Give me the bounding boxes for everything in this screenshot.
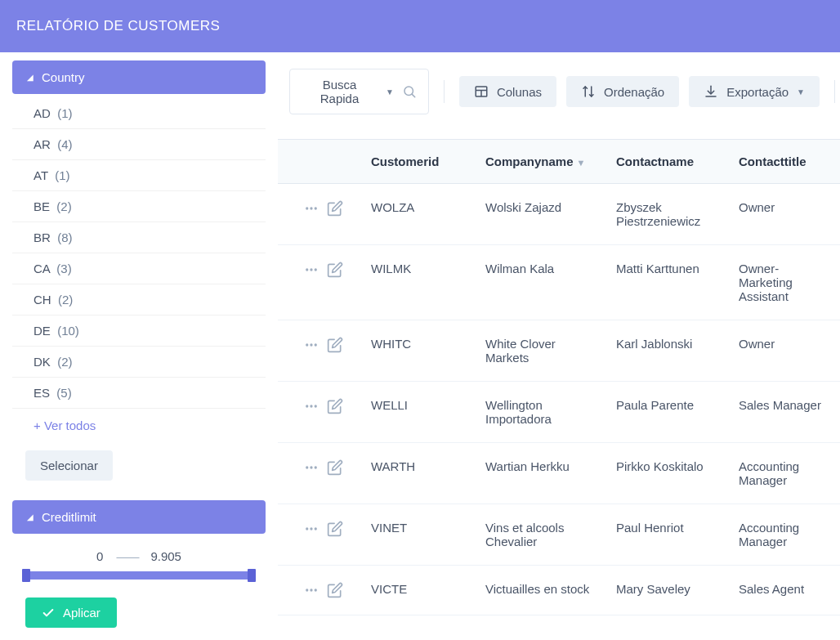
filter-header-creditlimit[interactable]: ◢ Creditlimit xyxy=(12,500,266,534)
row-actions xyxy=(278,320,360,382)
country-code: AR xyxy=(34,137,51,151)
col-header-customerid[interactable]: Customerid xyxy=(360,140,474,184)
filter-item-country[interactable]: BE (2) xyxy=(12,191,266,222)
row-actions xyxy=(278,504,360,566)
svg-point-11 xyxy=(306,343,308,346)
col-actions xyxy=(278,140,360,184)
filter-item-country[interactable]: CA (3) xyxy=(12,253,266,284)
cell-contacttitle: Accounting Manager xyxy=(727,504,840,566)
svg-point-18 xyxy=(310,466,312,468)
columns-label: Colunas xyxy=(497,85,542,99)
cell-companyname: Vins et alcools Chevalier xyxy=(474,504,605,566)
cell-contacttitle: Owner-Marketing Assistant xyxy=(727,245,840,320)
more-icon[interactable] xyxy=(302,338,320,352)
filter-item-country[interactable]: ES (5) xyxy=(12,378,266,409)
cell-contacttitle: Sales Manager xyxy=(727,382,840,443)
cell-companyname: Wolski Zajazd xyxy=(474,184,605,245)
country-code: AT xyxy=(34,168,48,182)
more-icon[interactable] xyxy=(302,521,320,536)
cell-contactname: Matti Karttunen xyxy=(605,245,727,320)
filter-country-more[interactable]: + Ver todos xyxy=(12,409,266,442)
more-icon[interactable] xyxy=(302,201,320,216)
filter-item-country[interactable]: AD (1) xyxy=(12,98,266,129)
table-row: WILMKWilman KalaMatti KarttunenOwner-Mar… xyxy=(278,245,840,320)
caret-down-icon: ▼ xyxy=(797,87,805,96)
download-icon xyxy=(704,84,718,99)
cell-companyname: White Clover Markets xyxy=(474,320,605,382)
filter-item-country[interactable]: CH (2) xyxy=(12,284,266,316)
country-code: BR xyxy=(34,230,51,244)
filter-item-country[interactable]: DK (2) xyxy=(12,347,266,378)
filter-country-select-button[interactable]: Selecionar xyxy=(25,450,113,481)
cell-contacttitle: Accounting Manager xyxy=(727,443,840,504)
more-icon[interactable] xyxy=(302,460,320,475)
country-code: AD xyxy=(34,106,51,120)
country-count: (10) xyxy=(57,324,79,338)
sort-label: Ordenação xyxy=(604,85,664,99)
caret-down-icon: ▼ xyxy=(386,87,394,96)
country-count: (2) xyxy=(58,293,73,307)
table-row: WOLZAWolski ZajazdZbyszek Piestrzeniewic… xyxy=(278,184,840,245)
more-icon[interactable] xyxy=(302,399,320,414)
cell-customerid: WILMK xyxy=(360,245,474,320)
more-icon[interactable] xyxy=(302,583,320,597)
cell-companyname: Wellington Importadora xyxy=(474,382,605,443)
col-header-companyname[interactable]: Companyname▼ xyxy=(474,140,605,184)
apply-button-label: Aplicar xyxy=(63,606,101,620)
col-header-contactname[interactable]: Contactname xyxy=(605,140,727,184)
filter-item-country[interactable]: BR (8) xyxy=(12,222,266,253)
cell-customerid: WARTH xyxy=(360,443,474,504)
svg-point-13 xyxy=(314,343,316,346)
cell-customerid: WELLI xyxy=(360,382,474,443)
columns-button[interactable]: Colunas xyxy=(459,76,556,107)
export-button[interactable]: Exportação ▼ xyxy=(689,76,820,107)
columns-icon xyxy=(474,84,489,99)
filter-item-country[interactable]: AR (4) xyxy=(12,129,266,160)
country-code: DK xyxy=(34,355,51,369)
col-header-contacttitle[interactable]: Contacttitle xyxy=(727,140,840,184)
table-row: WHITCWhite Clover MarketsKarl JablonskiO… xyxy=(278,320,840,382)
country-count: (1) xyxy=(57,106,72,120)
svg-point-25 xyxy=(314,589,316,591)
cell-contactname: Karl Jablonski xyxy=(605,320,727,382)
svg-point-22 xyxy=(314,527,316,530)
svg-point-14 xyxy=(306,405,308,407)
slider-thumb-min[interactable] xyxy=(22,569,30,582)
edit-icon[interactable] xyxy=(327,582,343,598)
filter-header-country[interactable]: ◢ Country xyxy=(12,60,266,94)
edit-icon[interactable] xyxy=(327,459,343,476)
quick-search-button[interactable]: Busca Rapida ▼ xyxy=(289,69,429,114)
country-count: (4) xyxy=(57,137,72,151)
apply-button[interactable]: Aplicar xyxy=(25,597,117,628)
filter-item-country[interactable]: DE (10) xyxy=(12,316,266,347)
filter-label-country: Country xyxy=(42,70,85,84)
table-row: WELLIWellington ImportadoraPaula Parente… xyxy=(278,382,840,443)
edit-icon[interactable] xyxy=(327,398,343,414)
cell-customerid: VICTE xyxy=(360,566,474,615)
more-icon[interactable] xyxy=(302,262,320,277)
page-title: RELATÓRIO DE CUSTOMERS xyxy=(16,18,220,34)
cell-contacttitle: Owner xyxy=(727,184,840,245)
slider-dash-icon: —— xyxy=(116,549,137,563)
data-table-wrap: Customerid Companyname▼ Contactname Cont… xyxy=(278,139,840,615)
edit-icon[interactable] xyxy=(327,521,343,537)
table-row: WARTHWartian HerkkuPirkko KoskitaloAccou… xyxy=(278,443,840,504)
cell-customerid: WOLZA xyxy=(360,184,474,245)
country-code: ES xyxy=(34,386,50,400)
edit-icon[interactable] xyxy=(327,337,343,353)
slider-thumb-max[interactable] xyxy=(248,569,256,582)
country-count: (5) xyxy=(56,386,71,400)
row-actions xyxy=(278,382,360,443)
edit-icon[interactable] xyxy=(327,200,343,217)
slider-track[interactable] xyxy=(22,571,256,580)
svg-point-23 xyxy=(306,589,308,591)
toolbar: Busca Rapida ▼ Colunas Ordenação Exporta… xyxy=(278,69,840,139)
country-count: (2) xyxy=(57,355,72,369)
triangle-down-icon: ◢ xyxy=(27,73,34,82)
cell-contacttitle: Owner xyxy=(727,320,840,382)
edit-icon[interactable] xyxy=(327,262,343,278)
country-code: DE xyxy=(34,324,51,338)
svg-point-17 xyxy=(306,466,308,468)
sort-button[interactable]: Ordenação xyxy=(566,76,679,107)
filter-item-country[interactable]: AT (1) xyxy=(12,160,266,191)
